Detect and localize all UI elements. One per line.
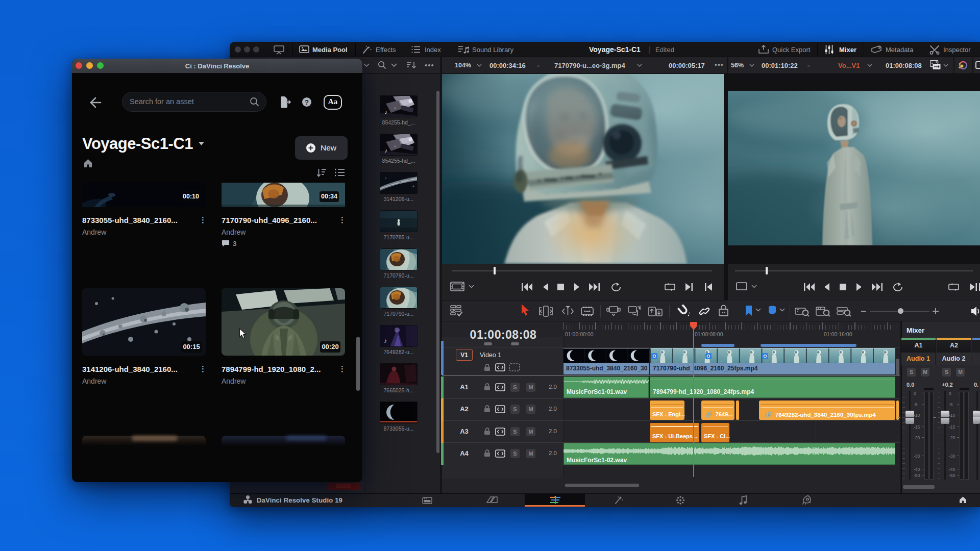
svg-text:♪: ♪: [384, 337, 387, 344]
svg-text:?: ?: [305, 98, 309, 106]
svg-text:♪: ♪: [384, 147, 387, 154]
svg-text:♪: ♪: [384, 109, 387, 116]
